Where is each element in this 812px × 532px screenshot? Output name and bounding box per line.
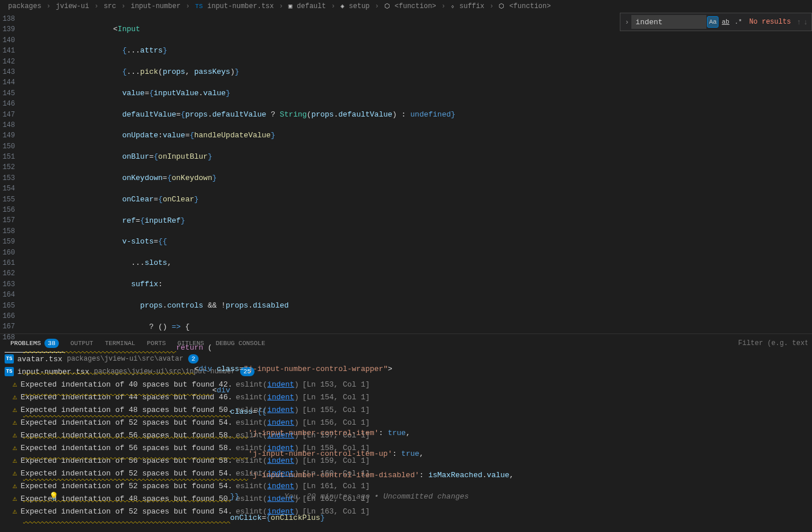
lightbulb-icon[interactable]: 💡 <box>49 492 58 502</box>
next-match-icon[interactable]: ↓ <box>803 18 808 27</box>
line-number: 168 <box>0 332 15 343</box>
ts-icon: TS <box>5 367 14 376</box>
warning-icon: ⚠ <box>13 469 17 478</box>
breadcrumb-item[interactable]: ◈setup <box>337 2 373 10</box>
breadcrumb-item[interactable]: ⬨suffix <box>447 2 488 10</box>
match-case-icon[interactable]: Aa <box>707 16 719 28</box>
line-number: 148 <box>0 120 15 130</box>
gitlens-annotation: You, 20 minutes ago • Uncommitted change… <box>285 492 469 501</box>
match-whole-word-icon[interactable]: ab <box>720 16 731 28</box>
warning-icon: ⚠ <box>13 380 17 389</box>
find-input[interactable] <box>631 15 706 29</box>
line-number: 146 <box>0 99 15 109</box>
breadcrumb-item[interactable]: ▣default <box>285 2 330 10</box>
breadcrumb-item[interactable]: packages <box>5 2 45 10</box>
breadcrumb-item[interactable]: jview-ui <box>53 2 93 10</box>
line-number: 167 <box>0 321 15 332</box>
line-number: 149 <box>0 130 15 141</box>
line-number: 162 <box>0 268 15 279</box>
line-number: 156 <box>0 205 15 215</box>
ts-icon: TS <box>5 354 14 364</box>
line-number: 161 <box>0 258 15 268</box>
find-widget: › Aa ab .* No results ↑ ↓ <box>620 13 812 31</box>
line-number: 145 <box>0 88 15 99</box>
warning-icon: ⚠ <box>13 418 17 427</box>
line-number: 164 <box>0 290 15 300</box>
warning-icon: ⚠ <box>13 392 17 402</box>
breadcrumb-item[interactable]: src <box>100 2 120 10</box>
line-number: 158 <box>0 226 15 237</box>
line-number: 154 <box>0 183 15 194</box>
breadcrumb-item[interactable]: input-number <box>127 2 184 10</box>
line-number: 157 <box>0 215 15 226</box>
editor[interactable]: 1381391401411421431441451461471481491501… <box>0 13 812 334</box>
line-number: 150 <box>0 141 15 152</box>
line-number: 152 <box>0 162 15 173</box>
expand-icon[interactable]: › <box>623 18 632 27</box>
line-number: 165 <box>0 301 15 311</box>
breadcrumb-item[interactable]: ⬡<function> <box>495 2 554 10</box>
find-results: No results <box>749 18 791 26</box>
warning-icon: ⚠ <box>13 405 17 414</box>
regex-icon[interactable]: .* <box>732 16 744 28</box>
warning-icon: ⚠ <box>13 481 17 490</box>
line-number: 143 <box>0 67 15 77</box>
warning-icon: ⚠ <box>13 507 17 516</box>
line-number: 144 <box>0 77 15 88</box>
warning-icon: ⚠ <box>13 443 17 452</box>
line-number: 140 <box>0 35 15 46</box>
line-number: 153 <box>0 173 15 183</box>
line-number: 147 <box>0 110 15 120</box>
line-number: 155 <box>0 194 15 205</box>
line-number: 141 <box>0 46 15 56</box>
line-number: 163 <box>0 279 15 290</box>
line-number: 166 <box>0 311 15 321</box>
warning-icon: ⚠ <box>13 456 17 465</box>
warning-icon: ⚠ <box>13 430 17 440</box>
breadcrumb[interactable]: packages›jview-ui›src›input-number›TSinp… <box>0 0 812 13</box>
breadcrumb-item[interactable]: ⬡<function> <box>381 2 440 10</box>
line-number: 139 <box>0 24 15 35</box>
line-number: 159 <box>0 237 15 247</box>
prev-match-icon[interactable]: ↑ <box>796 18 801 27</box>
warning-icon: ⚠ <box>13 494 17 503</box>
line-number: 151 <box>0 152 15 162</box>
code-area[interactable]: <Input {...attrs} {...pick(props, passKe… <box>23 13 812 334</box>
line-number: 138 <box>0 14 15 24</box>
line-number: 142 <box>0 57 15 67</box>
line-number: 160 <box>0 248 15 258</box>
breadcrumb-item[interactable]: TSinput-number.tsx <box>192 2 277 10</box>
line-gutter: 1381391401411421431441451461471481491501… <box>0 13 23 334</box>
